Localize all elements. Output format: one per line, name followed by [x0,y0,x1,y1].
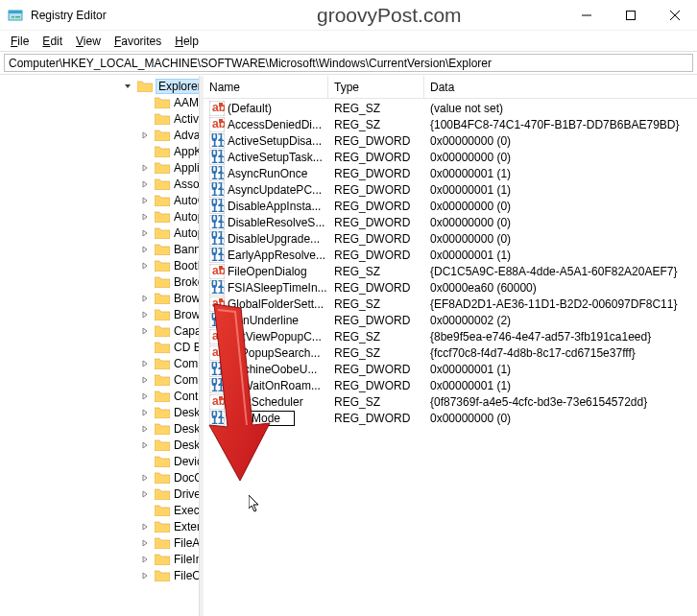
value-name: FSIASleepTimeIn... [228,281,327,295]
value-row[interactable]: DisableResolveS...REG_DWORD0x00000000 (0… [204,214,697,230]
menu-edit[interactable]: Edit [36,33,69,50]
dword-value-icon [209,313,225,328]
value-row[interactable]: AsyncRunOnceREG_DWORD0x00000001 (1) [204,165,697,181]
value-row[interactable]: AsyncUpdatePC...REG_DWORD0x00000001 (1) [204,181,697,198]
value-row[interactable]: DisableUpgrade...REG_DWORD0x00000000 (0) [204,230,697,247]
value-row[interactable]: NoWaitOnRoam...REG_DWORD0x00000001 (1) [204,377,697,393]
chevron-right-icon[interactable] [138,210,152,224]
tree-item[interactable]: BrokerExtensions [8,273,199,290]
chevron-right-icon[interactable] [138,161,152,175]
chevron-right-icon[interactable] [138,243,152,256]
tree-item[interactable]: Associations [8,176,199,192]
value-row[interactable]: TaskSchedulerREG_SZ{0f87369f-a4e5-4cfc-b… [204,393,697,410]
menu-view[interactable]: View [69,33,108,50]
value-row[interactable]: EarlyAppResolve...REG_DWORD0x00000001 (1… [204,247,697,263]
tree-item[interactable]: Application [8,159,199,176]
value-row[interactable]: (Default)REG_SZ(value not set) [204,100,697,116]
col-data[interactable]: Data [424,76,693,98]
rename-input[interactable]: HubMode [228,411,295,426]
value-type: REG_DWORD [328,151,424,164]
tree-item[interactable]: DesktopIniCache [8,420,199,437]
chevron-right-icon[interactable] [138,520,152,533]
value-data: 0x00000001 (1) [424,167,693,180]
value-row[interactable]: FSIASleepTimeIn...REG_DWORD0x0000ea60 (6… [204,279,697,296]
menu-file[interactable]: File [4,33,36,50]
value-row[interactable]: DisableAppInsta...REG_DWORD0x00000000 (0… [204,198,697,214]
address-input[interactable] [4,54,693,72]
chevron-right-icon[interactable] [138,471,152,485]
svg-rect-2 [12,16,14,18]
chevron-right-icon[interactable] [138,292,152,305]
spacer [138,275,152,289]
value-row[interactable]: ActiveSetupTask...REG_DWORD0x00000000 (0… [204,149,697,165]
value-row[interactable]: ListViewPopupC...REG_SZ{8be9f5ea-e746-4e… [204,328,697,344]
close-button[interactable] [653,0,697,31]
tree-item[interactable]: Common [8,371,199,388]
chevron-right-icon[interactable] [138,308,152,321]
chevron-right-icon[interactable] [138,357,152,370]
tree-item[interactable]: ControlPanel [8,388,199,404]
tree-item[interactable]: FileOperation [8,567,199,583]
tree-item[interactable]: CD Burning [8,339,199,355]
chevron-right-icon[interactable] [138,373,152,387]
value-row[interactable]: MachineOobeU...REG_DWORD0x00000001 (1) [204,361,697,377]
tree-item[interactable]: FileAssociation [8,534,199,551]
tree-item[interactable]: AutoComplete [8,192,199,208]
chevron-right-icon[interactable] [138,536,152,550]
value-row[interactable]: AccessDeniedDi...REG_SZ{100B4FC8-74C1-47… [204,116,697,132]
tree-item[interactable]: BannerStore [8,241,199,257]
tree-item[interactable]: Capabilities [8,322,199,339]
tree-item[interactable]: CommandStore [8,355,199,371]
value-row[interactable]: FileOpenDialogREG_SZ{DC1C5A9C-E88A-4dde-… [204,263,697,279]
chevron-right-icon[interactable] [138,178,152,191]
tree-item[interactable]: Autoplay [8,208,199,225]
list-pane[interactable]: Name Type Data (Default)REG_SZ(value not… [204,76,697,616]
tree-item[interactable]: DesktopOptimization [8,437,199,453]
chevron-right-icon[interactable] [138,259,152,272]
minimize-button[interactable] [565,0,609,31]
tree-item[interactable]: Desktop [8,404,199,420]
chevron-right-icon[interactable] [138,487,152,501]
chevron-right-icon[interactable] [138,569,152,582]
value-row[interactable]: HubModeREG_DWORD0x00000000 (0) [204,410,697,426]
chevron-right-icon[interactable] [138,406,152,419]
chevron-right-icon[interactable] [138,438,152,452]
col-name[interactable]: Name [204,76,328,98]
folder-icon [155,324,170,337]
value-row[interactable]: GlobalFolderSett...REG_SZ{EF8AD2D1-AE36-… [204,296,697,312]
tree-item[interactable]: FileInUse [8,551,199,567]
tree-item[interactable]: DeviceUpdate [8,453,199,469]
chevron-right-icon[interactable] [138,129,152,142]
tree-item[interactable]: Extensions [8,518,199,534]
tree-item[interactable]: AppKey [8,143,199,159]
menu-help[interactable]: Help [168,33,205,50]
tree-item[interactable]: Advanced [8,127,199,143]
chevron-right-icon[interactable] [138,553,152,566]
value-row[interactable]: ActiveSetupDisa...REG_DWORD0x00000000 (0… [204,132,697,149]
tree-item-label: DeviceUpdate [174,455,199,468]
chevron-down-icon[interactable] [121,80,134,93]
tree-item[interactable]: AAM [8,94,199,110]
chevron-right-icon[interactable] [138,390,152,403]
col-type[interactable]: Type [328,76,424,98]
maximize-button[interactable] [609,0,653,31]
tree-item[interactable]: AutoplayHandlers [8,225,199,241]
tree-item[interactable]: Browser Helper [8,306,199,322]
tree-item[interactable]: BrowseNewProcess [8,290,199,306]
tree-item[interactable]: Explorer [8,78,199,94]
chevron-right-icon[interactable] [138,422,152,436]
tree-item[interactable]: DriveIcons [8,486,199,502]
chevron-right-icon[interactable] [138,194,152,207]
tree-item[interactable]: DocObject [8,469,199,486]
tree-item-label: FileInUse [174,553,199,566]
tree-item[interactable]: BootLocal [8,257,199,273]
chevron-right-icon[interactable] [138,226,152,240]
menu-favorites[interactable]: Favorites [108,33,168,50]
tree-pane[interactable]: ExplorerAAMActivateTimerAdvancedAppKeyAp… [0,76,200,616]
chevron-right-icon[interactable] [138,324,152,338]
value-row[interactable]: IconUnderlineREG_DWORD0x00000002 (2) [204,312,697,328]
value-row[interactable]: LVPopupSearch...REG_SZ{fccf70c8-f4d7-4d8… [204,344,697,361]
tree-item[interactable]: ExecuteTypeDelegation [8,502,199,518]
tree-item-label: ControlPanel [174,390,199,403]
tree-item[interactable]: ActivateTimer [8,110,199,127]
